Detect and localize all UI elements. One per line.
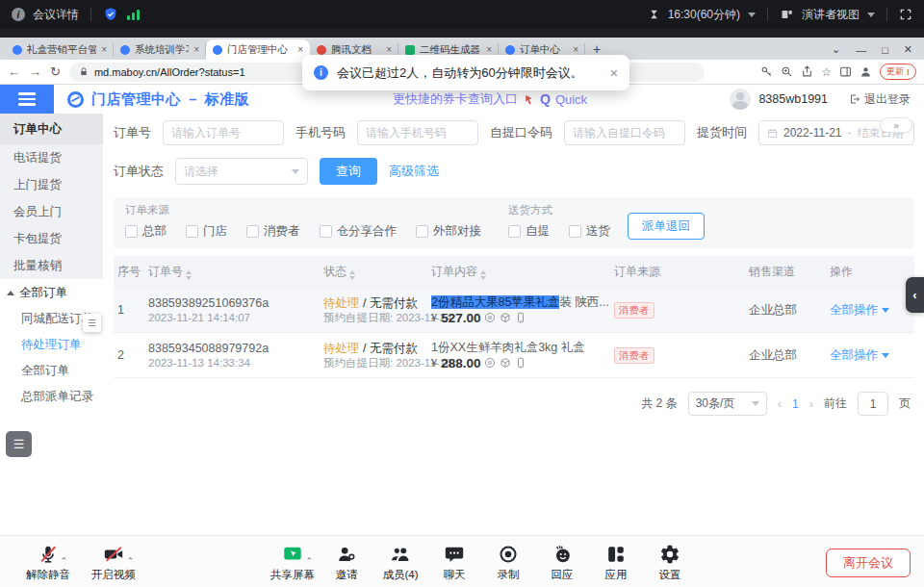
sidebar-item-door-pickup[interactable]: 上门提货 xyxy=(0,171,103,198)
fullscreen-icon[interactable] xyxy=(899,8,912,21)
table-row[interactable]: 2 83859345088979792a 2023-11-13 14:33:34… xyxy=(114,333,914,378)
meeting-details-label[interactable]: 会议详情 xyxy=(33,7,79,23)
table-row[interactable]: 1 83859389251069376a 2023-11-21 14:14:07… xyxy=(114,288,914,333)
phone-input[interactable] xyxy=(357,120,478,145)
side-panel-icon[interactable] xyxy=(839,65,852,78)
tab-close-icon[interactable]: × xyxy=(486,44,492,55)
menu-hamburger-button[interactable] xyxy=(0,85,54,114)
mic-options-expander[interactable]: ⌃ xyxy=(60,556,67,566)
sidebar-sub-all-orders[interactable]: 全部订单 xyxy=(0,358,103,384)
view-dropdown-icon[interactable] xyxy=(867,13,875,17)
tab-close-icon[interactable]: × xyxy=(297,44,303,55)
package-icon[interactable] xyxy=(500,312,511,323)
share-options-expander[interactable]: ⌃ xyxy=(305,556,313,566)
sidebar-item-member-visit[interactable]: 会员上门 xyxy=(0,198,103,225)
key-icon[interactable] xyxy=(760,65,773,78)
sidebar-sub-hq-dispatch[interactable]: 总部派单记录 xyxy=(0,384,103,410)
chat-button[interactable]: 聊天 xyxy=(427,543,481,582)
back-icon[interactable]: ← xyxy=(8,64,20,79)
share-icon[interactable] xyxy=(801,65,813,78)
leave-meeting-button[interactable]: 离开会议 xyxy=(826,549,911,577)
browser-tab-3-active[interactable]: 门店管理中心 × xyxy=(206,39,310,60)
security-shield-icon[interactable] xyxy=(103,7,118,22)
promo-link[interactable]: 更快捷的券卡查询入口 Q Quick xyxy=(393,90,587,108)
unmute-button[interactable]: ⌃ 解除静音 xyxy=(21,543,75,582)
phone-icon[interactable] xyxy=(515,357,526,369)
toast-close-icon[interactable]: × xyxy=(610,65,618,81)
sort-icon[interactable] xyxy=(480,270,486,280)
start-video-button[interactable]: ⌃ 开启视频 xyxy=(87,543,141,582)
sidebar-item-phone-pickup[interactable]: 电话提货 xyxy=(0,144,103,171)
profile-icon[interactable] xyxy=(860,65,872,78)
browser-tab-1[interactable]: 礼盒营销平台管理中心 × xyxy=(6,39,114,60)
record-button[interactable]: 录制 xyxy=(481,543,535,582)
window-close-icon[interactable]: ✕ xyxy=(904,43,912,56)
page-number-active[interactable]: 1 xyxy=(792,397,799,411)
prev-page-button[interactable]: ‹ xyxy=(778,396,782,411)
view-mode-label[interactable]: 演讲者视图 xyxy=(802,7,860,23)
meeting-list-floating-button[interactable]: ☰ xyxy=(6,431,32,457)
tab-close-icon[interactable]: × xyxy=(573,44,578,55)
all-actions-dropdown[interactable]: 全部操作 xyxy=(830,302,914,319)
checkbox-hq[interactable]: 总部 xyxy=(125,223,167,240)
checkbox-warehouse-share[interactable]: 仓分享合作 xyxy=(320,223,398,240)
browser-update-button[interactable]: 更新 ! xyxy=(880,64,916,80)
checkbox-store[interactable]: 门店 xyxy=(186,223,227,240)
dispatch-return-button[interactable]: 派单退回 xyxy=(628,213,705,240)
meeting-timer[interactable]: 16:30(60分钟) xyxy=(668,7,740,23)
order-no-input[interactable] xyxy=(163,120,284,145)
tab-close-icon[interactable]: × xyxy=(193,44,199,55)
checkbox-consumer[interactable]: 消费者 xyxy=(246,223,300,240)
collapse-filters-button[interactable]: » xyxy=(880,117,912,133)
user-avatar[interactable] xyxy=(730,89,751,110)
page-size-select[interactable]: 30条/页 xyxy=(688,392,767,416)
video-options-expander[interactable]: ⌃ xyxy=(126,556,134,566)
col-header-status[interactable]: 状态 xyxy=(323,264,431,280)
window-minimize-icon[interactable]: — xyxy=(856,44,866,56)
members-button[interactable]: 成员(4) xyxy=(373,543,427,582)
sidebar-group-all-orders[interactable]: 全部订单 xyxy=(0,279,103,306)
col-header-content[interactable]: 订单内容 xyxy=(431,264,614,280)
zoom-icon[interactable] xyxy=(781,65,793,78)
reactions-button[interactable]: 回应 xyxy=(535,543,589,582)
apps-button[interactable]: 应用 xyxy=(589,543,643,582)
package-icon[interactable] xyxy=(500,357,511,369)
advanced-filter-link[interactable]: 高级筛选 xyxy=(389,163,439,180)
drag-handle-widget[interactable]: ☰ xyxy=(83,314,101,332)
search-button[interactable]: 查询 xyxy=(320,158,377,185)
sort-icon[interactable] xyxy=(186,270,192,280)
goto-page-input[interactable] xyxy=(858,392,888,416)
checkbox-external[interactable]: 外部对接 xyxy=(416,223,481,240)
logout-button[interactable]: 退出登录 xyxy=(849,91,911,108)
pickup-code-input[interactable] xyxy=(564,120,685,145)
next-page-button[interactable]: › xyxy=(809,396,813,411)
all-actions-dropdown[interactable]: 全部操作 xyxy=(830,347,914,364)
content-text: 1份XX生鲜羊肉礼盒3kg 礼盒 xyxy=(431,340,609,355)
receipt-icon[interactable] xyxy=(484,312,496,323)
tab-close-icon[interactable]: × xyxy=(101,44,107,55)
network-signal-icon[interactable] xyxy=(126,8,141,21)
invite-button[interactable]: 邀请 xyxy=(320,543,373,582)
refresh-icon[interactable]: ↻ xyxy=(50,64,61,79)
bookmark-star-icon[interactable]: ☆ xyxy=(821,65,832,79)
forward-icon[interactable]: → xyxy=(29,64,41,79)
phone-icon[interactable] xyxy=(515,312,526,323)
timer-dropdown-icon[interactable] xyxy=(748,13,756,17)
member-panel-toggle[interactable]: ‹ xyxy=(906,277,924,313)
window-menu-icon[interactable]: ⌄ xyxy=(832,43,840,56)
checkbox-delivery[interactable]: 送货 xyxy=(569,223,610,240)
checkbox-self-pickup[interactable]: 自提 xyxy=(508,223,550,240)
tab-close-icon[interactable]: × xyxy=(386,44,392,55)
meeting-info-icon[interactable]: i xyxy=(12,8,25,21)
sidebar-item-batch-verify[interactable]: 批量核销 xyxy=(0,252,103,279)
share-screen-button[interactable]: ⌃ 共享屏幕 xyxy=(266,543,320,582)
sidebar-item-card-pickup[interactable]: 卡包提货 xyxy=(0,225,103,252)
window-maximize-icon[interactable]: □ xyxy=(882,44,888,56)
col-header-order-no[interactable]: 订单号 xyxy=(148,264,323,280)
settings-button[interactable]: 设置 xyxy=(643,543,697,582)
sidebar-sub-pending-orders[interactable]: 待处理订单 xyxy=(0,332,103,358)
order-status-select[interactable]: 请选择 xyxy=(175,158,308,185)
sort-icon[interactable] xyxy=(349,270,355,280)
browser-tab-2[interactable]: 系统培训学习 × xyxy=(114,39,206,60)
receipt-icon[interactable] xyxy=(484,357,496,369)
